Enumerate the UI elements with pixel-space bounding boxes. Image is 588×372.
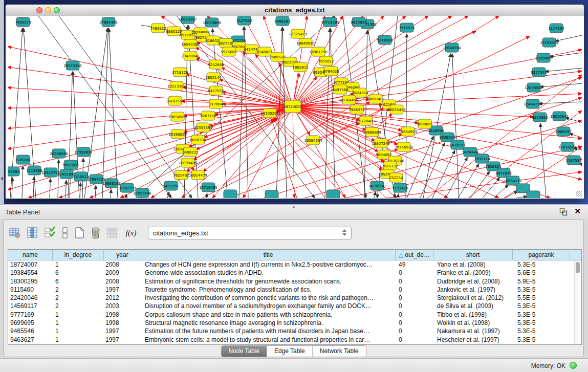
- tab-node-table[interactable]: Node Table: [221, 346, 267, 357]
- graph-node[interactable]: [527, 191, 540, 198]
- table-row[interactable]: 2242004622012Investigating the contribut…: [8, 294, 581, 302]
- graph-node[interactable]: 1185081: [15, 155, 31, 164]
- graph-node[interactable]: 7405573: [15, 17, 31, 27]
- graph-node[interactable]: 18300295: [260, 108, 279, 118]
- graph-node[interactable]: 252254: [389, 173, 403, 182]
- graph-node[interactable]: 12444154: [524, 99, 542, 108]
- graph-node[interactable]: 8215953: [532, 113, 548, 122]
- graph-node[interactable]: 18724007: [284, 100, 302, 113]
- table-row[interactable]: 946554611997Estimation of the future num…: [8, 327, 581, 335]
- graph-node[interactable]: 1167534: [565, 156, 582, 165]
- table-row[interactable]: 977716911998Corpus callosum shape and si…: [8, 311, 581, 319]
- graph-node[interactable]: 20553346: [63, 61, 82, 70]
- table-scrollbar[interactable]: [574, 260, 581, 344]
- graph-node[interactable]: 2803144: [205, 73, 222, 82]
- graph-node[interactable]: 9227343: [531, 68, 547, 77]
- minimize-window-button[interactable]: [45, 7, 51, 13]
- graph-node[interactable]: 16053809: [203, 18, 221, 27]
- graph-node[interactable]: 7986372: [349, 105, 364, 114]
- control-panel-splitter[interactable]: [0, 0, 4, 204]
- graph-node[interactable]: 5975685: [221, 47, 236, 56]
- graph-node[interactable]: 6497568: [332, 85, 348, 94]
- graph-node[interactable]: 1733426: [392, 183, 408, 192]
- graph-node[interactable]: 7625402: [173, 170, 189, 180]
- table-row[interactable]: 1830029562008Estimation of significance …: [8, 277, 581, 286]
- graph-node[interactable]: 9329966: [535, 53, 552, 62]
- graph-node[interactable]: [265, 190, 278, 198]
- graph-node[interactable]: 6466161: [274, 16, 290, 26]
- scrollbar-thumb[interactable]: [576, 262, 580, 273]
- table-row[interactable]: 1872400712008Changes of HCN gene express…: [8, 260, 581, 269]
- graph-node[interactable]: 1989297: [555, 127, 571, 136]
- citation-network-graph[interactable]: 7405573276914061065328716053809152760264…: [8, 16, 582, 198]
- column-header-short[interactable]: short: [433, 250, 513, 260]
- graph-node[interactable]: 23420046: [181, 51, 200, 60]
- graph-node[interactable]: 9218506: [377, 35, 393, 45]
- graph-node[interactable]: 1350513: [73, 172, 89, 181]
- graph-node[interactable]: 10688609: [363, 127, 381, 137]
- table-row[interactable]: 946362711997Embryonic stem cells: a mode…: [8, 336, 581, 344]
- graph-node[interactable]: 79756928: [395, 142, 413, 151]
- graph-node[interactable]: 1115686: [26, 166, 42, 175]
- graph-node[interactable]: 27691406: [99, 17, 118, 27]
- graph-node[interactable]: 16099489: [179, 158, 197, 167]
- graph-node[interactable]: 10025458: [387, 105, 406, 114]
- table-settings-icon[interactable]: [8, 226, 22, 240]
- graph-node[interactable]: 391594: [8, 167, 20, 176]
- float-window-icon[interactable]: [559, 208, 568, 216]
- graph-node[interactable]: 19166829: [168, 129, 187, 139]
- column-header-out_degree[interactable]: △out_de…: [396, 250, 433, 260]
- table-row[interactable]: 911546021997Tourette syndrome. Phenomeno…: [8, 286, 581, 294]
- graph-node[interactable]: 10653287: [179, 16, 197, 24]
- column-header-pagerank[interactable]: pagerank: [513, 250, 570, 260]
- graph-node[interactable]: 12093582: [525, 83, 543, 92]
- graph-node[interactable]: 12325419: [289, 29, 307, 38]
- window-titlebar[interactable]: citations_edges.txt: [6, 5, 584, 16]
- table-row[interactable]: 969969511998Structural magnetic resonanc…: [8, 319, 581, 327]
- graph-node[interactable]: 16648784: [443, 43, 461, 52]
- table-row[interactable]: 1456911722003Disruption of a novel membe…: [8, 302, 581, 310]
- graph-node[interactable]: 8427552: [208, 86, 224, 95]
- zoom-window-button[interactable]: [54, 7, 60, 13]
- graph-node[interactable]: 7463822: [150, 24, 166, 33]
- graph-node[interactable]: 1862615: [292, 62, 308, 72]
- graph-node[interactable]: 15720407: [357, 116, 375, 125]
- graph-node[interactable]: 9498222: [182, 147, 198, 157]
- graph-node[interactable]: 17016504: [558, 142, 577, 151]
- column-visibility-icon[interactable]: [25, 226, 39, 240]
- collapse-left-arrow-icon[interactable]: [1, 177, 3, 181]
- column-header-name[interactable]: name: [8, 250, 53, 260]
- graph-node[interactable]: 19384554: [304, 136, 322, 145]
- column-header-title[interactable]: title: [141, 250, 396, 260]
- graph-node[interactable]: 2718126: [172, 68, 188, 77]
- column-header-in_degree[interactable]: in_degree: [53, 250, 104, 260]
- close-window-button[interactable]: [36, 7, 42, 13]
- graph-node[interactable]: 8878334: [190, 135, 206, 144]
- graph-node[interactable]: 16914479: [189, 170, 207, 180]
- graph-node[interactable]: 8267150: [200, 111, 216, 120]
- row-selection-icon[interactable]: [42, 226, 57, 240]
- graph-node[interactable]: 16210643: [550, 112, 569, 121]
- graph-node[interactable]: 15716485: [199, 183, 217, 192]
- graph-node[interactable]: 20206596: [50, 149, 68, 158]
- memory-status-indicator[interactable]: [570, 362, 577, 369]
- graph-node[interactable]: 16961758: [309, 47, 328, 56]
- table-row[interactable]: 1938455462009Genome-wide association stu…: [8, 269, 581, 277]
- graph-node[interactable]: 8813054: [351, 17, 367, 27]
- graph-node[interactable]: 12213383: [167, 81, 186, 91]
- close-panel-icon[interactable]: ✕: [574, 207, 581, 216]
- graph-node[interactable]: 19654985: [168, 112, 187, 121]
- graph-node[interactable]: 16543382: [181, 39, 200, 49]
- graph-node[interactable]: 12353594: [194, 123, 212, 132]
- graph-node[interactable]: 19654923: [399, 127, 417, 136]
- graph-node[interactable]: 7955812: [318, 56, 334, 65]
- tab-network-table[interactable]: Network Table: [313, 346, 366, 357]
- graph-node[interactable]: 12923446: [133, 188, 151, 198]
- graph-node[interactable]: 9242848: [208, 60, 224, 69]
- graph-node[interactable]: 18807249: [372, 139, 390, 148]
- graph-node[interactable]: 6794028: [323, 67, 339, 76]
- graph-node[interactable]: 9457791: [163, 181, 179, 190]
- window-resize-grip[interactable]: [576, 191, 582, 197]
- network-canvas[interactable]: 7405573276914061065328716053809152760264…: [6, 16, 583, 198]
- graph-node[interactable]: 9699695: [417, 119, 432, 128]
